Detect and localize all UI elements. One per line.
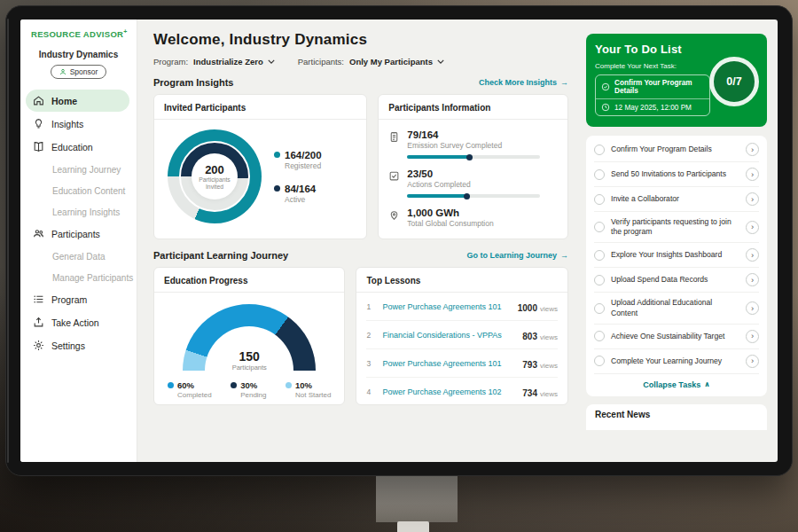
task-checkbox[interactable] bbox=[594, 356, 605, 366]
legend-item-pending: 30% Pending bbox=[231, 380, 266, 399]
sidebar-item-manage-participants[interactable]: Manage Participants bbox=[20, 267, 137, 288]
sidebar-item-settings[interactable]: Settings bbox=[26, 334, 129, 356]
task-checkbox[interactable] bbox=[594, 303, 605, 314]
program-dropdown[interactable]: Industrialize Zero bbox=[193, 57, 275, 66]
pending-pct: 30% bbox=[240, 380, 257, 390]
task-chevron-button[interactable]: › bbox=[746, 248, 759, 262]
lesson-views: 1000views bbox=[518, 299, 558, 315]
chevron-right-icon: › bbox=[751, 145, 754, 154]
section-title: Participant Learning Journey bbox=[153, 250, 288, 261]
task-checkbox[interactable] bbox=[594, 250, 605, 261]
task-label: Verify participants requesting to join t… bbox=[611, 217, 739, 237]
task-chevron-button[interactable]: › bbox=[746, 221, 759, 234]
sidebar-item-label: Education Content bbox=[52, 186, 125, 196]
arrow-right-icon: → bbox=[560, 251, 568, 260]
sidebar-item-learning-insights[interactable]: Learning Insights bbox=[20, 201, 137, 223]
task-checkbox[interactable] bbox=[594, 169, 605, 180]
stat-value: 23/50 bbox=[407, 168, 540, 179]
active-label: Active bbox=[285, 195, 322, 204]
todo-progress-ring: 0/7 bbox=[709, 57, 759, 106]
todo-summary-card: Your To Do List Complete Your Next Task:… bbox=[586, 34, 767, 127]
active-dot-icon bbox=[274, 185, 280, 192]
collapse-label: Collapse Tasks bbox=[643, 380, 700, 389]
task-checkbox[interactable] bbox=[594, 145, 605, 155]
sidebar-item-take-action[interactable]: Take Action bbox=[26, 311, 129, 333]
go-to-learning-journey-link[interactable]: Go to Learning Journey → bbox=[466, 251, 568, 260]
stat-consumption: 1,000 GWh Total Global Consumption bbox=[388, 207, 558, 228]
completed-label: Completed bbox=[177, 391, 212, 399]
task-chevron-button[interactable]: › bbox=[746, 330, 759, 343]
actions-progress-bar bbox=[407, 194, 540, 198]
learning-journey-header: Participant Learning Journey Go to Learn… bbox=[153, 250, 568, 261]
lesson-rank: 2 bbox=[366, 331, 375, 340]
task-chevron-button[interactable]: › bbox=[746, 355, 759, 368]
task-checkbox[interactable] bbox=[594, 331, 605, 341]
sponsor-badge[interactable]: Sponsor bbox=[51, 65, 107, 79]
main-content: Welcome, Industry Dynamics Program: Indu… bbox=[137, 20, 581, 462]
education-legend: 60% Completed 30% Pending 10% Not Starte… bbox=[164, 372, 334, 399]
task-checkbox[interactable] bbox=[594, 275, 605, 286]
task-label: Upload Spend Data Records bbox=[611, 275, 739, 285]
donut-center-value: 200 bbox=[205, 163, 224, 176]
education-progress-card: Education Progress 150 Participants 60 bbox=[153, 267, 345, 405]
sponsor-person-icon bbox=[59, 68, 66, 75]
lesson-link[interactable]: Financial Considerations - VPPAs bbox=[382, 331, 515, 340]
recent-news-title: Recent News bbox=[595, 410, 650, 419]
stat-value: 1,000 GWh bbox=[407, 207, 493, 218]
participants-icon bbox=[33, 228, 44, 239]
task-label: Explore Your Insights Dashboard bbox=[611, 250, 739, 260]
views-count: 793 bbox=[522, 360, 537, 370]
stat-label: Total Global Consumption bbox=[407, 219, 493, 228]
program-insights-header: Program Insights Check More Insights → bbox=[153, 77, 568, 88]
sidebar-item-program[interactable]: Program bbox=[26, 288, 129, 310]
lesson-link[interactable]: Power Purchase Agreements 101 bbox=[382, 359, 515, 368]
chevron-up-icon: ∧ bbox=[704, 380, 710, 388]
card-title: Invited Participants bbox=[154, 103, 366, 120]
home-icon bbox=[33, 95, 44, 106]
participants-filter-label: Participants: bbox=[298, 57, 344, 66]
gauge-center-label: Participants bbox=[183, 364, 316, 372]
org-name: Industry Dynamics bbox=[20, 50, 137, 59]
sidebar-item-learning-journey[interactable]: Learning Journey bbox=[20, 159, 137, 180]
collapse-tasks-link[interactable]: Collapse Tasks ∧ bbox=[594, 374, 759, 395]
participants-dropdown[interactable]: Only My Participants bbox=[349, 57, 444, 66]
sidebar-item-insights[interactable]: Insights bbox=[26, 113, 129, 135]
lesson-views: 803views bbox=[522, 327, 558, 343]
card-title: Top Lessons bbox=[356, 276, 567, 293]
legend-item-not-started: 10% Not Started bbox=[286, 380, 331, 399]
insights-cards-row: Invited Participants 200 Participants In… bbox=[153, 94, 568, 239]
todo-tasks-card: Confirm Your Program Details › Send 50 I… bbox=[586, 136, 767, 396]
actions-progress-fill bbox=[407, 194, 468, 198]
chevron-right-icon: › bbox=[751, 170, 754, 179]
sidebar-item-education-content[interactable]: Education Content bbox=[20, 180, 137, 201]
task-chevron-button[interactable]: › bbox=[746, 192, 759, 206]
task-chevron-button[interactable]: › bbox=[746, 143, 759, 156]
task-checkbox[interactable] bbox=[594, 194, 605, 205]
views-word: views bbox=[540, 390, 558, 398]
lesson-link[interactable]: Power Purchase Agreements 102 bbox=[382, 387, 515, 396]
lesson-link[interactable]: Power Purchase Agreements 101 bbox=[382, 302, 510, 311]
task-row: Explore Your Insights Dashboard › bbox=[594, 243, 759, 268]
task-checkbox[interactable] bbox=[594, 222, 605, 232]
gauge-center: 150 Participants bbox=[183, 349, 316, 372]
task-row: Verify participants requesting to join t… bbox=[594, 212, 759, 243]
invited-donut-chart: 200 Participants Invited bbox=[168, 129, 262, 223]
not-started-label: Not Started bbox=[295, 391, 331, 399]
sidebar-item-label: Education bbox=[51, 142, 93, 153]
task-label: Complete Your Learning Journey bbox=[611, 356, 739, 366]
task-chevron-button[interactable]: › bbox=[746, 301, 759, 315]
sidebar-item-education[interactable]: Education bbox=[26, 136, 129, 158]
check-more-insights-link[interactable]: Check More Insights → bbox=[479, 78, 568, 87]
task-chevron-button[interactable]: › bbox=[746, 273, 759, 286]
invited-legend: 164/200 Registered 84/164 Active bbox=[274, 150, 322, 204]
next-task-row[interactable]: Confirm Your Program Details bbox=[596, 75, 709, 98]
sidebar-item-general-data[interactable]: General Data bbox=[20, 246, 137, 267]
gauge-center-value: 150 bbox=[183, 349, 316, 364]
journey-cards-row: Education Progress 150 Participants 60 bbox=[153, 267, 568, 405]
task-chevron-button[interactable]: › bbox=[746, 168, 759, 181]
education-icon bbox=[33, 141, 44, 153]
sidebar-item-home[interactable]: Home bbox=[26, 90, 129, 112]
sidebar-item-participants[interactable]: Participants bbox=[26, 223, 129, 245]
invited-card-body: 200 Participants Invited 164/200 bbox=[164, 120, 356, 223]
stat-label: Actions Completed bbox=[407, 180, 540, 189]
